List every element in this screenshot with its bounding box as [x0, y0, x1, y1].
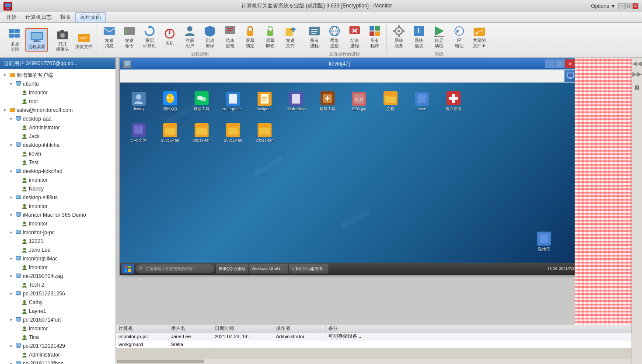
- taskbar-item-monitor[interactable]: 计算机行为监管系...: [289, 264, 329, 274]
- desktop-icon-bottom-right[interactable]: 陆海天: [536, 231, 552, 253]
- tree-container[interactable]: ▼新增加的客户端▼ubuntuimonitorroot▼sales@imonit…: [0, 69, 115, 364]
- tree-item-root[interactable]: root: [0, 97, 115, 106]
- tree-item-imonitor-imac[interactable]: ▼imonitor的iMac: [0, 254, 115, 263]
- desktop-icon-folder[interactable]: 文档: [375, 86, 406, 117]
- tree-toggle-sales[interactable]: ▼: [2, 107, 8, 113]
- tree-toggle-pc-2016[interactable]: ▼: [8, 317, 14, 323]
- send-msg-button[interactable]: 发送消息: [100, 22, 119, 50]
- tree-item-desktop-aaa[interactable]: ▼desktop-aaa: [0, 114, 115, 123]
- desktop-icon-ran3[interactable]: 20211-ran: [218, 118, 248, 148]
- tree-item-tina[interactable]: Tina: [0, 333, 115, 342]
- shared-file-button[interactable]: 共享的文件▼: [470, 22, 489, 50]
- list-row-2[interactable]: workgroup1 Stella: [116, 340, 632, 348]
- remote-maximize-button[interactable]: □: [555, 59, 565, 68]
- multi-monitor-button[interactable]: 多桌监控: [5, 26, 24, 54]
- tree-item-tech2[interactable]: Tech 2: [0, 281, 115, 289]
- tree-toggle-desktop-kdkc4ad[interactable]: ▼: [8, 168, 14, 174]
- desktop-icon-tools[interactable]: 建筑工具: [312, 86, 343, 117]
- tree-toggle-pc-2015[interactable]: ▼: [8, 291, 14, 297]
- tree-item-ubuntu[interactable]: ▼ubuntu: [0, 80, 115, 88]
- menu-remote-desktop[interactable]: 远程桌面: [75, 12, 106, 22]
- desktop-icon-qq[interactable]: 腾讯QQ: [155, 86, 185, 117]
- minimize-button[interactable]: ─: [618, 3, 625, 9]
- desktop-icon-jimmy[interactable]: Jimmy: [123, 86, 154, 117]
- tree-item-nancy[interactable]: Nancy: [0, 184, 115, 193]
- desktop-icon-ran1[interactable]: 20211-ran: [155, 118, 185, 148]
- tree-item-desktop-ihhkiha[interactable]: ▼desktop-ihhkiha: [0, 141, 115, 149]
- taskbar-item-win[interactable]: Windows 10 x64 ...: [249, 264, 288, 274]
- menu-report[interactable]: 报表: [56, 13, 75, 22]
- tree-toggle-pc-2017[interactable]: ▼: [8, 343, 14, 349]
- tree-toggle-imonitor-mac[interactable]: ▼: [8, 212, 14, 218]
- tree-toggle-ubuntu[interactable]: ▼: [8, 81, 14, 87]
- auto-start-button[interactable]: 自启动项: [429, 22, 449, 50]
- menu-start[interactable]: 开始: [2, 13, 21, 22]
- remote-desktop-button[interactable]: 远程桌面: [25, 28, 48, 52]
- shutdown-button[interactable]: 关机: [160, 25, 179, 48]
- nav-prev-button[interactable]: ◀◀: [632, 59, 642, 68]
- tree-item-admin-2017[interactable]: Administrator: [0, 350, 115, 359]
- taskbar-search-box[interactable]: 🔍 在这里输入你要搜索的内容: [136, 264, 214, 273]
- desktop-icon-seo[interactable]: SEO SEO.jpg: [344, 86, 374, 117]
- tree-item-cathy[interactable]: Cathy: [0, 298, 115, 307]
- tree-item-imonitor-mac[interactable]: ▼iMonitor Mac for 365 Demo: [0, 211, 115, 219]
- tree-item-jane-lee[interactable]: Jane.Lee: [0, 246, 115, 254]
- close-button[interactable]: ✕: [632, 3, 639, 9]
- screen-lock-button[interactable]: 屏幕锁定: [241, 22, 260, 50]
- tree-toggle-pc-2019[interactable]: ▼: [8, 361, 14, 364]
- end-process2-button[interactable]: 结束进程: [345, 22, 364, 50]
- tree-item-admin-aaa[interactable]: Administrator: [0, 123, 115, 132]
- remote-minimize-button[interactable]: ─: [545, 59, 555, 68]
- all-process-button[interactable]: 所有进程: [305, 22, 324, 50]
- desktop-icon-doc1[interactable]: zourirgette...: [218, 86, 248, 117]
- tree-item-mi-2019[interactable]: ▼mi-20190704izag: [0, 272, 115, 281]
- taskbar-start-button[interactable]: [122, 264, 134, 274]
- tree-item-desktop-slfl8us[interactable]: ▼desktop-slfl8us: [0, 193, 115, 202]
- tree-item-pc-2015[interactable]: ▼pc-201512231256: [0, 289, 115, 298]
- send-cmd-button[interactable]: >_ 发送命令: [120, 22, 139, 50]
- tree-toggle-imonitor-imac[interactable]: ▼: [8, 256, 14, 262]
- desktop-icon-doc3[interactable]: dd.desktop: [281, 86, 311, 117]
- register-user-button[interactable]: 注册用户: [180, 22, 199, 50]
- screen-unlock-button[interactable]: 屏幕解锁: [261, 22, 280, 50]
- tree-toggle-desktop-ihhkiha[interactable]: ▼: [8, 142, 14, 148]
- tree-item-new-hosts[interactable]: ▼新增加的客户端: [0, 71, 115, 80]
- tree-toggle-desktop-aaa[interactable]: ▼: [8, 116, 14, 122]
- sys-service-button[interactable]: 系统服务: [389, 22, 408, 50]
- list-row-1[interactable]: imonitor-jp-pc Jane.Lee 2021-07-23, 14:.…: [116, 333, 632, 340]
- tree-item-imonitor-k[interactable]: imonitor: [0, 176, 115, 184]
- tree-item-pc-2019[interactable]: ▼pc-20191113fbgp: [0, 359, 115, 364]
- tree-item-layne1[interactable]: Layne1: [0, 307, 115, 315]
- tree-toggle-new-hosts[interactable]: ▼: [2, 72, 8, 78]
- desktop-icon-ran2[interactable]: 20211-ran: [186, 118, 217, 148]
- desktop-icon-cfc[interactable]: CFC文件: [123, 118, 154, 148]
- sys-info-button[interactable]: i 系统信息: [409, 22, 429, 50]
- tree-toggle-desktop-slfl8us[interactable]: ▼: [8, 194, 14, 201]
- tree-item-imonitor-imac-u[interactable]: imonitor: [0, 263, 115, 272]
- end-process-button[interactable]: 结束进程: [220, 22, 240, 50]
- open-camera-button[interactable]: 打开摄像头: [53, 26, 72, 54]
- options-button[interactable]: Options ▼: [591, 3, 616, 9]
- taskbar-item-qq[interactable]: 腾讯QQ 台面版: [216, 264, 248, 274]
- tree-item-imonitor-s[interactable]: imonitor: [0, 202, 115, 211]
- menu-log[interactable]: 计算机日志: [21, 13, 56, 22]
- remote-desktop-content[interactable]: iMonitor iMonitor iMonitor Jimmy 腾讯QQ: [120, 83, 578, 275]
- tree-item-pc-2017[interactable]: ▼pc-201712121429: [0, 342, 115, 350]
- all-programs-button[interactable]: 所有程序: [365, 22, 384, 50]
- tree-item-pc-2016[interactable]: ▼pc-20160714furt: [0, 315, 115, 324]
- tree-item-test[interactable]: Test: [0, 158, 115, 167]
- network-connect-button[interactable]: 网络连接: [325, 22, 344, 50]
- desktop-icon-wechat[interactable]: 微信工具: [186, 86, 217, 117]
- maximize-button[interactable]: □: [625, 3, 632, 9]
- nav-next-button[interactable]: ▶▶: [632, 70, 642, 79]
- tree-item-sales[interactable]: ▼sales@imonitorsoft.com: [0, 106, 115, 114]
- send-file-button[interactable]: 发送文件: [281, 22, 300, 50]
- tree-item-desktop-kdkc4ad[interactable]: ▼desktop-kdkc4ad: [0, 167, 115, 176]
- desktop-icon-ran4[interactable]: 20211-ran: [249, 118, 280, 148]
- tree-toggle-imonitor-jp-pc[interactable]: ▼: [8, 229, 14, 236]
- tree-item-imonitor-jp-pc[interactable]: ▼imonitor-jp-pc: [0, 228, 115, 237]
- tree-item-imonitor-mac-u[interactable]: imonitor: [0, 219, 115, 228]
- remote-close-button[interactable]: ✕: [565, 59, 575, 68]
- browse-file-button[interactable]: 浏览文件: [73, 28, 95, 51]
- tree-item-imonitor-u[interactable]: imonitor: [0, 88, 115, 97]
